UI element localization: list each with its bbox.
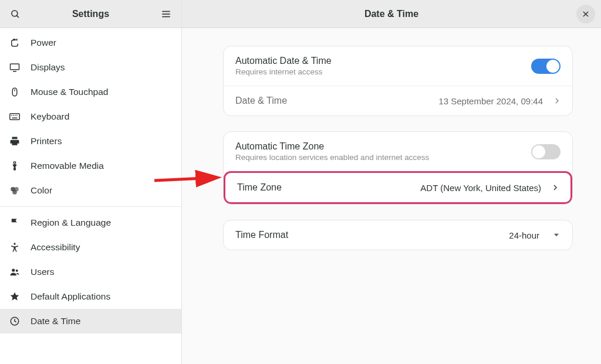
color-icon [8, 185, 21, 196]
svg-point-0 [12, 11, 18, 16]
row-time-zone[interactable]: Time Zone ADT (New York, United States) [224, 171, 572, 204]
row-title: Date & Time [235, 96, 431, 106]
divider [0, 206, 181, 207]
search-icon [10, 9, 21, 19]
svg-point-18 [13, 243, 15, 244]
row-date-time[interactable]: Date & Time 13 September 2024, 09:44 [224, 86, 572, 115]
printer-icon [8, 136, 21, 147]
row-title: Time Format [235, 230, 502, 240]
svg-rect-10 [11, 115, 12, 116]
sidebar-item-region-language[interactable]: Region & Language [0, 210, 181, 235]
sidebar-item-label: Removable Media [31, 161, 104, 171]
close-button[interactable] [576, 5, 595, 23]
sidebar-item-label: Displays [31, 62, 65, 73]
sidebar-item-power[interactable]: Power [0, 30, 181, 55]
chevron-right-icon [553, 96, 561, 106]
sidebar-item-label: Default Applications [31, 291, 110, 302]
svg-rect-13 [16, 115, 18, 116]
svg-point-17 [12, 190, 17, 195]
sidebar-item-removable-media[interactable]: Removable Media [0, 154, 181, 178]
sidebar-item-users[interactable]: Users [0, 260, 181, 284]
menu-button[interactable] [157, 5, 175, 23]
svg-rect-12 [15, 115, 16, 116]
row-subtitle: Requires internet access [235, 67, 524, 76]
clock-icon [8, 316, 21, 326]
row-automatic-time-zone[interactable]: Automatic Time Zone Requires location se… [224, 132, 572, 171]
sidebar-item-date-time[interactable]: Date & Time [0, 309, 181, 334]
sidebar-item-keyboard[interactable]: Keyboard [0, 104, 181, 129]
row-value: 24-hour [509, 230, 539, 240]
sidebar-item-label: Accessibility [31, 242, 80, 253]
sidebar-item-label: Keyboard [31, 111, 69, 122]
row-automatic-date-time[interactable]: Automatic Date & Time Requires internet … [224, 46, 572, 86]
svg-rect-5 [11, 64, 19, 70]
star-icon [8, 291, 21, 302]
row-value: ADT (New York, United States) [420, 183, 541, 193]
row-title: Time Zone [237, 182, 413, 193]
sidebar-item-label: Printers [31, 136, 62, 147]
users-icon [8, 267, 21, 277]
sidebar-item-default-applications[interactable]: Default Applications [0, 284, 181, 309]
sidebar-item-label: Color [31, 185, 52, 196]
keyboard-icon [8, 113, 21, 121]
svg-point-19 [12, 268, 15, 271]
row-value: 13 September 2024, 09:44 [438, 96, 543, 106]
sidebar-item-label: Region & Language [31, 217, 111, 228]
svg-point-20 [16, 270, 18, 272]
close-icon [582, 10, 590, 18]
power-icon [8, 38, 21, 48]
sidebar-item-label: Mouse & Touchpad [31, 87, 108, 97]
group-time-format: Time Format 24-hour [223, 220, 573, 250]
svg-line-1 [16, 15, 19, 18]
sidebar-item-label: Users [31, 267, 54, 277]
row-time-format[interactable]: Time Format 24-hour [224, 220, 572, 250]
sidebar-item-printers[interactable]: Printers [0, 129, 181, 154]
usb-icon [8, 161, 21, 171]
svg-rect-14 [12, 118, 18, 119]
sidebar-item-label: Power [31, 38, 56, 48]
svg-rect-7 [12, 88, 17, 96]
group-date-time: Automatic Date & Time Requires internet … [223, 46, 573, 116]
hamburger-icon [161, 9, 171, 19]
chevron-right-icon [552, 183, 559, 192]
mouse-icon [8, 87, 21, 97]
flag-icon [8, 217, 21, 228]
caret-down-icon [552, 231, 561, 239]
sidebar-title: Settings [25, 9, 157, 19]
sidebar-item-displays[interactable]: Displays [0, 55, 181, 80]
group-time-zone: Automatic Time Zone Requires location se… [223, 131, 573, 205]
row-title: Automatic Date & Time [235, 56, 524, 66]
sidebar-item-label: Date & Time [31, 316, 80, 326]
svg-rect-9 [10, 114, 20, 120]
row-subtitle: Requires location services enabled and i… [235, 153, 524, 162]
accessibility-icon [8, 242, 21, 253]
switch-automatic-time-zone[interactable] [531, 144, 561, 159]
row-title: Automatic Time Zone [235, 141, 524, 152]
sidebar-item-color[interactable]: Color [0, 178, 181, 203]
monitor-icon [8, 62, 21, 73]
svg-rect-11 [13, 115, 14, 116]
search-button[interactable] [6, 5, 25, 23]
sidebar-item-accessibility[interactable]: Accessibility [0, 235, 181, 260]
page-title: Date & Time [364, 9, 418, 19]
sidebar-item-mouse-touchpad[interactable]: Mouse & Touchpad [0, 80, 181, 104]
switch-automatic-date-time[interactable] [531, 59, 561, 74]
